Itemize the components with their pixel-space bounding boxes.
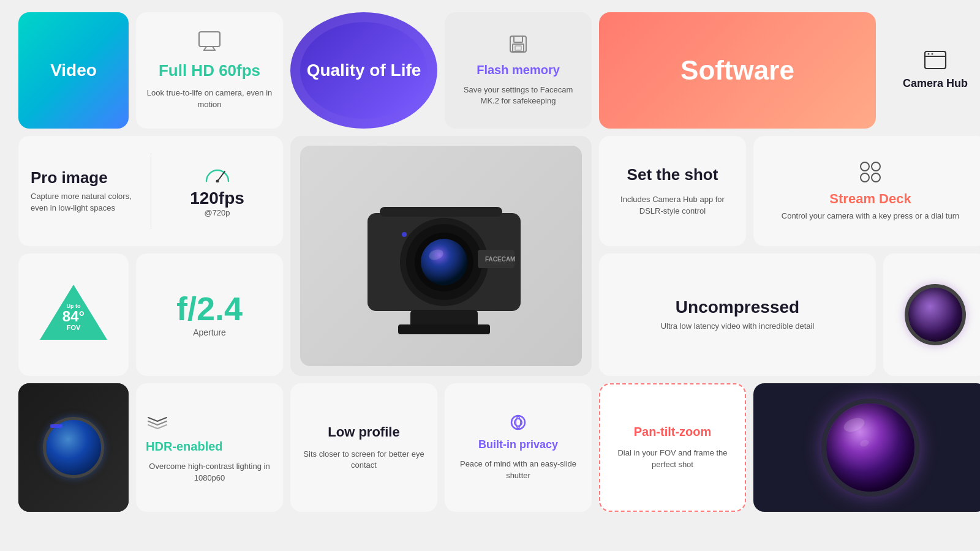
video-title: Video xyxy=(50,61,97,80)
proimage-right: 120fps @720p xyxy=(151,153,283,230)
aperture-label: Aperture xyxy=(193,328,226,337)
svg-line-12 xyxy=(217,171,225,181)
svg-point-31 xyxy=(511,416,525,429)
software-title: Software xyxy=(680,55,794,86)
ptz-desc: Dial in your FOV and frame the perfect s… xyxy=(610,448,735,470)
card-aperture: f/2.4 Aperture xyxy=(136,253,283,376)
svg-rect-5 xyxy=(514,36,522,42)
svg-point-22 xyxy=(402,232,407,237)
svg-point-28 xyxy=(872,162,880,171)
privacy-icon xyxy=(505,414,532,433)
ptz-lens-preview xyxy=(905,284,966,345)
card-ptz: Pan-tilt-zoom Dial in your FOV and frame… xyxy=(599,383,746,512)
card-proimage: Pro image Capture more natural colors, e… xyxy=(18,136,283,246)
card-video: Video xyxy=(18,12,129,129)
grid-icon xyxy=(859,160,882,186)
card-camerahub: Camera Hub xyxy=(883,12,980,129)
flash-desc: Save your settings to Facecam MK.2 for s… xyxy=(454,84,582,107)
uncompressed-title: Uncompressed xyxy=(676,298,799,317)
card-lens xyxy=(753,383,980,512)
card-uncompressed: Uncompressed Ultra low latency video wit… xyxy=(599,253,876,376)
fps-sub: @720p xyxy=(164,208,271,217)
card-setshot: Set the shot Includes Camera Hub app for… xyxy=(599,136,746,246)
lowprofile-desc: Sits closer to screen for better eye con… xyxy=(300,449,428,471)
card-camera-main: FACECAM xyxy=(290,136,592,376)
svg-point-30 xyxy=(872,173,880,182)
card-ptz-icon xyxy=(883,253,980,376)
svg-rect-20 xyxy=(380,207,502,217)
card-software: Software xyxy=(599,12,876,129)
fov-value: 84° xyxy=(50,309,97,324)
fullhd-title: Full HD 60fps xyxy=(159,61,260,80)
proimage-left: Pro image Capture more natural colors, e… xyxy=(18,156,151,225)
card-streamdeck: Stream Deck Control your camera with a k… xyxy=(753,136,980,246)
setshot-desc: Includes Camera Hub app for DSLR-style c… xyxy=(609,194,736,216)
hdr-title: HDR-enabled xyxy=(146,440,223,454)
streamdeck-title: Stream Deck xyxy=(829,191,911,207)
card-camphoto xyxy=(18,383,129,512)
quality-title: Quality of Life xyxy=(307,61,421,80)
svg-point-27 xyxy=(861,162,869,171)
svg-rect-0 xyxy=(199,32,220,47)
aperture-value: f/2.4 xyxy=(176,292,243,325)
privacy-desc: Peace of mind with an easy-slide shutter xyxy=(454,459,582,481)
flash-title: Flash memory xyxy=(477,63,560,77)
hdr-desc: Overcome high-contrast lighting in 1080p… xyxy=(146,461,273,483)
proimage-title: Pro image xyxy=(31,168,138,187)
svg-point-18 xyxy=(421,239,467,285)
browser-icon xyxy=(924,50,947,72)
svg-rect-7 xyxy=(515,46,521,50)
card-privacy: Built-in privacy Peace of mind with an e… xyxy=(445,383,592,512)
fps-value: 120fps xyxy=(164,189,271,208)
save-icon xyxy=(508,34,528,58)
card-hdr: HDR-enabled Overcome high-contrast light… xyxy=(136,383,283,512)
uncompressed-desc: Ultra low latency video with incredible … xyxy=(661,321,815,332)
card-quality: Quality of Life xyxy=(290,12,437,129)
lowprofile-title: Low profile xyxy=(328,424,399,440)
monitor-icon xyxy=(198,31,221,56)
fullhd-desc: Look true-to-life on camera, even in mot… xyxy=(146,88,273,110)
svg-point-26 xyxy=(479,257,485,263)
card-flash: Flash memory Save your settings to Facec… xyxy=(445,12,592,129)
quality-circle: Quality of Life xyxy=(300,22,428,119)
camerahub-title: Camera Hub xyxy=(903,77,968,91)
setshot-title: Set the shot xyxy=(627,165,718,184)
camera-illustration: FACECAM xyxy=(331,164,551,348)
proimage-desc: Capture more natural colors, even in low… xyxy=(31,191,138,213)
layers-icon xyxy=(146,411,169,440)
privacy-title: Built-in privacy xyxy=(478,438,558,451)
svg-point-10 xyxy=(928,53,930,55)
streamdeck-desc: Control your camera with a key press or … xyxy=(782,211,959,222)
svg-rect-24 xyxy=(398,324,490,334)
gauge-icon xyxy=(204,178,231,188)
ptz-title: Pan-tilt-zoom xyxy=(634,425,712,439)
card-fov: Up to 84° FOV xyxy=(18,253,129,376)
card-lowprofile: Low profile Sits closer to screen for be… xyxy=(290,383,437,512)
feature-grid: Video Full HD 60fps Look true-to-life on… xyxy=(18,12,962,539)
fov-label: FOV xyxy=(50,324,97,331)
svg-text:FACECAM: FACECAM xyxy=(485,256,515,263)
svg-point-29 xyxy=(861,173,869,182)
large-lens xyxy=(821,399,919,497)
svg-point-11 xyxy=(932,53,933,55)
card-fullhd: Full HD 60fps Look true-to-life on camer… xyxy=(136,12,283,129)
